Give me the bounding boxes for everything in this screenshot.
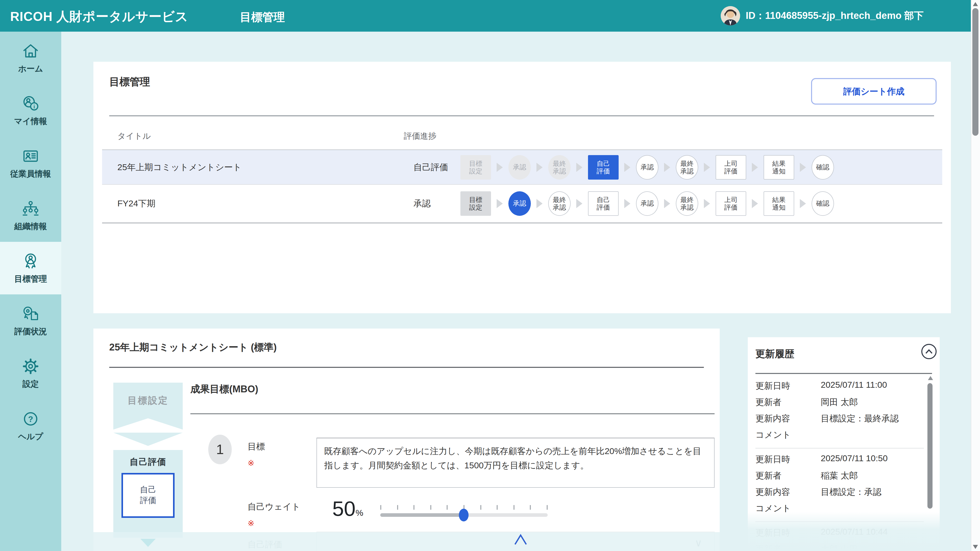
page-scrollbar-thumb[interactable] (972, 8, 978, 136)
step-approval: 承認 (636, 191, 659, 216)
field-label: 更新者 (756, 396, 821, 408)
goal-sheet-row[interactable]: 25年上期コミットメントシート 自己評価 目標設定 承認 最終承認 自己評価 承… (102, 149, 942, 185)
step-arrow-icon (536, 163, 542, 172)
sheet-detail-title: 25年上期コミットメントシート (標準) (109, 341, 277, 354)
field-value: 目標設定：承認 (821, 486, 924, 498)
phase-label: 自己評価 (130, 456, 166, 468)
sidebar-item-settings[interactable]: 設定 (0, 347, 61, 400)
sheet-detail-panel: 25年上期コミットメントシート (標準) 目標設定 自己評価 自己評価 成果目標… (94, 329, 720, 551)
scroll-up-arrow-icon[interactable] (973, 2, 978, 6)
avatar[interactable] (721, 6, 740, 25)
divider (109, 115, 934, 116)
step-self-evaluation: 自己評価 (588, 155, 619, 179)
help-icon: ? (21, 410, 40, 428)
column-header-progress: 評価進捗 (404, 131, 436, 142)
header-page-title: 目標管理 (240, 10, 285, 25)
phase-self-evaluation: 自己評価 自己評価 (113, 450, 183, 538)
create-evaluation-sheet-button[interactable]: 評価シート作成 (811, 78, 937, 105)
step-arrow-icon (496, 163, 503, 172)
step-manager-evaluation: 上司評価 (716, 155, 746, 179)
progress-stepper: 目標設定 承認 最終承認 自己評価 承認 最終承認 上司評価 結果通知 確認 (460, 191, 834, 216)
sidebar-item-help[interactable]: ? ヘルプ (0, 400, 61, 452)
history-entry: 更新日時2025/07/11 11:00 更新者岡田 太郎 更新内容目標設定：最… (756, 375, 924, 448)
sidebar-item-label: 設定 (22, 379, 39, 389)
goal-field-label: 目標 (248, 441, 265, 453)
scroll-down-arrow-icon[interactable] (973, 545, 978, 549)
sidebar-item-evaluation-status[interactable]: 評価状況 (0, 294, 61, 347)
svg-text:i: i (33, 103, 35, 109)
goal-textarea[interactable]: 既存顧客へのアップセルに注力し、今期は既存顧客からの売上を前年比20%増加させる… (317, 438, 714, 488)
weight-value: 50% (332, 497, 363, 521)
required-mark: ※ (248, 518, 255, 528)
current-step-status: 自己評価 (414, 162, 448, 173)
step-arrow-icon (624, 199, 630, 208)
step-arrow-icon (576, 163, 582, 172)
sidebar-item-org-info[interactable]: 組織情報 (0, 189, 61, 242)
sidebar-item-label: 従業員情報 (10, 168, 51, 179)
sidebar-item-my-info[interactable]: i マイ情報 (0, 84, 61, 137)
step-final-approval: 最終承認 (548, 191, 571, 216)
employee-card-icon (21, 147, 40, 165)
update-history-panel: 更新履歴 更新日時2025/07/11 11:00 更新者岡田 太郎 更新内容目… (748, 337, 940, 551)
bottom-fade-overlay (94, 532, 720, 551)
step-confirm: 確認 (811, 191, 834, 216)
sidebar-item-label: ホーム (18, 64, 43, 74)
step-arrow-icon (496, 199, 503, 208)
item-number-badge: 1 (208, 435, 232, 464)
divider (190, 413, 714, 414)
weight-field-label: 自己ウェイト (248, 501, 301, 513)
goal-sheet-row[interactable]: FY24下期 承認 目標設定 承認 最終承認 自己評価 承認 最終承認 上司評価… (102, 184, 942, 224)
field-label: 更新内容 (756, 486, 821, 498)
step-self-evaluation: 自己評価 (588, 191, 619, 216)
step-arrow-icon (704, 163, 710, 172)
step-final-approval: 最終承認 (548, 155, 571, 179)
weight-slider[interactable] (380, 505, 548, 517)
step-confirm: 確認 (811, 155, 834, 179)
history-scrollbar-thumb[interactable] (928, 383, 932, 509)
required-mark: ※ (248, 458, 255, 468)
sidebar-item-employee-info[interactable]: 従業員情報 (0, 137, 61, 189)
step-approval: 承認 (636, 155, 659, 179)
field-value: 目標設定：最終承認 (821, 413, 924, 424)
step-final-approval: 最終承認 (676, 155, 698, 179)
sheet-title: 25年上期コミットメントシート (118, 162, 242, 173)
step-manager-evaluation: 上司評価 (716, 191, 746, 216)
sidebar-item-label: 評価状況 (14, 326, 47, 337)
brand-title: RICOH 人財ポータルサービス (10, 8, 188, 25)
section-title-mbo: 成果目標(MBO) (190, 383, 258, 396)
gear-icon (21, 357, 40, 375)
current-step-status: 承認 (414, 198, 431, 210)
step-arrow-icon (664, 199, 670, 208)
collapse-section-chevron-up[interactable] (514, 534, 528, 548)
field-label: 更新内容 (756, 413, 821, 424)
history-entry: 更新日時2025/07/11 10:50 更新者稲葉 太郎 更新内容目標設定：承… (756, 448, 924, 521)
user-menu[interactable]: ID：1104685955-zjp_hrtech_demo 部下 (721, 6, 924, 25)
step-arrow-icon (664, 163, 670, 172)
page-scrollbar[interactable] (971, 0, 980, 551)
sidebar-item-label: マイ情報 (14, 116, 47, 127)
slider-track[interactable] (380, 513, 548, 517)
step-arrow-icon (752, 199, 758, 208)
field-value: 稲葉 太郎 (821, 470, 924, 482)
progress-stepper: 目標設定 承認 最終承認 自己評価 承認 最終承認 上司評価 結果通知 確認 (460, 155, 834, 179)
phase-arrow-down-icon (113, 433, 183, 446)
top-header-bar: RICOH 人財ポータルサービス 目標管理 ID：1104685955-zjp_… (0, 0, 980, 32)
step-arrow-icon (624, 163, 630, 172)
phase-goal-setting: 目標設定 (113, 383, 183, 430)
step-goal-setting: 目標設定 (460, 191, 491, 216)
sidebar-item-goal-management[interactable]: 目標管理 (0, 242, 61, 294)
sidebar-item-label: 目標管理 (14, 274, 47, 284)
slider-thumb[interactable] (459, 509, 469, 521)
sidebar-item-home[interactable]: ホーム (0, 32, 61, 84)
app-root: RICOH 人財ポータルサービス 目標管理 ID：1104685955-zjp_… (0, 0, 980, 551)
scroll-up-arrow-icon[interactable] (928, 376, 933, 380)
goal-list-panel: 目標管理 評価シート作成 タイトル 評価進捗 25年上期コミットメントシート 自… (94, 62, 951, 313)
step-result-notice: 結果通知 (764, 155, 794, 179)
sidebar-item-label: 組織情報 (14, 221, 47, 232)
field-value: 岡田 太郎 (821, 396, 924, 408)
field-label: 更新日時 (756, 380, 821, 392)
step-arrow-icon (800, 199, 806, 208)
collapse-history-button[interactable] (921, 344, 937, 359)
column-header-title: タイトル (118, 131, 151, 142)
phase-current-box[interactable]: 自己評価 (121, 473, 175, 518)
